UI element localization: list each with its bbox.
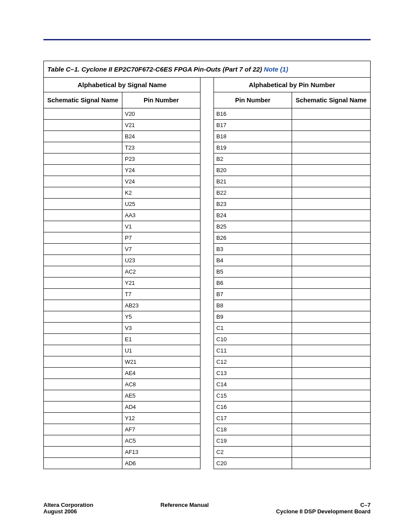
cell-pin-left: AB23 [122, 300, 200, 311]
gap-cell [200, 255, 214, 266]
cell-schematic-left [44, 334, 122, 345]
cell-pin-right: C2 [214, 447, 292, 458]
table-row: B24B18 [44, 131, 371, 142]
cell-schematic-left [44, 131, 122, 142]
cell-pin-right: B4 [214, 255, 292, 266]
cell-schematic-left [44, 120, 122, 131]
cell-pin-right: B23 [214, 199, 292, 210]
table-row: W21C12 [44, 356, 371, 368]
gap-cell [200, 300, 214, 311]
table-caption-row: Table C–1. Cyclone II EP2C70F672-C6ES FP… [44, 61, 371, 78]
cell-schematic-left [44, 255, 122, 266]
col-header-l1: Schematic Signal Name [44, 92, 122, 108]
cell-schematic-right [292, 401, 371, 413]
cell-schematic-left [44, 401, 122, 413]
top-rule [43, 39, 371, 40]
cell-pin-right: B2 [214, 153, 292, 165]
gap-cell [200, 323, 214, 334]
cell-schematic-right [292, 221, 371, 232]
table-row: AD4C16 [44, 401, 371, 413]
cell-pin-right: B9 [214, 311, 292, 323]
cell-schematic-right [292, 266, 371, 277]
gap-cell [200, 277, 214, 289]
cell-pin-right: C17 [214, 413, 292, 424]
page-footer: Altera Corporation August 2006 Reference… [43, 502, 371, 515]
cell-pin-left: U1 [122, 345, 200, 356]
footer-center: Reference Manual [93, 502, 276, 515]
table-row: V1B25 [44, 221, 371, 232]
cell-pin-left: T7 [122, 289, 200, 300]
cell-schematic-left [44, 277, 122, 289]
gap-cell [200, 187, 214, 199]
cell-schematic-left [44, 368, 122, 379]
gap-cell [200, 199, 214, 210]
gap-cell [200, 131, 214, 142]
cell-pin-left: V3 [122, 323, 200, 334]
gap-cell [200, 401, 214, 413]
table-row: Y21B6 [44, 277, 371, 289]
gap-cell [200, 232, 214, 244]
gap-cell [200, 289, 214, 300]
cell-schematic-right [292, 120, 371, 131]
table-row: AF13C2 [44, 447, 371, 458]
gap-cell [200, 92, 214, 108]
cell-schematic-right [292, 176, 371, 187]
cell-pin-right: B8 [214, 300, 292, 311]
cell-schematic-left [44, 311, 122, 323]
cell-schematic-left [44, 221, 122, 232]
table-row: AD6C20 [44, 458, 371, 469]
cell-pin-right: B26 [214, 232, 292, 244]
cell-pin-left: K2 [122, 187, 200, 199]
table-row: V24B21 [44, 176, 371, 187]
cell-pin-left: P23 [122, 153, 200, 165]
cell-schematic-right [292, 458, 371, 469]
gap-cell [200, 120, 214, 131]
cell-pin-left: AD4 [122, 401, 200, 413]
cell-schematic-right [292, 165, 371, 176]
cell-pin-left: Y21 [122, 277, 200, 289]
cell-schematic-left [44, 187, 122, 199]
cell-pin-left: AD6 [122, 458, 200, 469]
cell-schematic-left [44, 435, 122, 447]
table-body: V20B16V21B17B24B18T23B19P23B2Y24B20V24B2… [44, 108, 371, 469]
table-row: E1C10 [44, 334, 371, 345]
table-row: AC8C14 [44, 379, 371, 390]
group-header-right: Alphabetical by Pin Number [214, 78, 370, 92]
cell-pin-left: AA3 [122, 210, 200, 221]
cell-schematic-left [44, 356, 122, 368]
table-row: Y24B20 [44, 165, 371, 176]
cell-schematic-left [44, 379, 122, 390]
footer-left: Altera Corporation August 2006 [43, 502, 93, 515]
cell-pin-right: B3 [214, 244, 292, 255]
table-row: P23B2 [44, 153, 371, 165]
cell-schematic-right [292, 277, 371, 289]
cell-schematic-left [44, 424, 122, 435]
gap-cell [200, 424, 214, 435]
table-row: T7B7 [44, 289, 371, 300]
cell-schematic-left [44, 108, 122, 120]
group-header-left: Alphabetical by Signal Name [44, 78, 200, 92]
cell-schematic-left [44, 289, 122, 300]
cell-schematic-left [44, 413, 122, 424]
caption-note-link[interactable]: Note (1) [264, 65, 288, 73]
cell-pin-right: C1 [214, 323, 292, 334]
cell-pin-right: C10 [214, 334, 292, 345]
cell-pin-left: AF7 [122, 424, 200, 435]
footer-page-num: C–7 [276, 502, 371, 508]
cell-schematic-right [292, 356, 371, 368]
table-row: AC5C19 [44, 435, 371, 447]
cell-pin-right: B21 [214, 176, 292, 187]
cell-schematic-right [292, 142, 371, 153]
table-row: V20B16 [44, 108, 371, 120]
gap-cell [200, 153, 214, 165]
cell-schematic-right [292, 131, 371, 142]
col-header-l2: Pin Number [122, 92, 200, 108]
table-row: Y5B9 [44, 311, 371, 323]
gap-cell [200, 379, 214, 390]
caption-text: Table C–1. Cyclone II EP2C70F672-C6ES FP… [47, 65, 264, 73]
cell-pin-left: V24 [122, 176, 200, 187]
footer-board-name: Cyclone II DSP Development Board [276, 508, 371, 515]
cell-pin-right: B25 [214, 221, 292, 232]
cell-pin-right: C19 [214, 435, 292, 447]
cell-pin-left: AE5 [122, 390, 200, 401]
